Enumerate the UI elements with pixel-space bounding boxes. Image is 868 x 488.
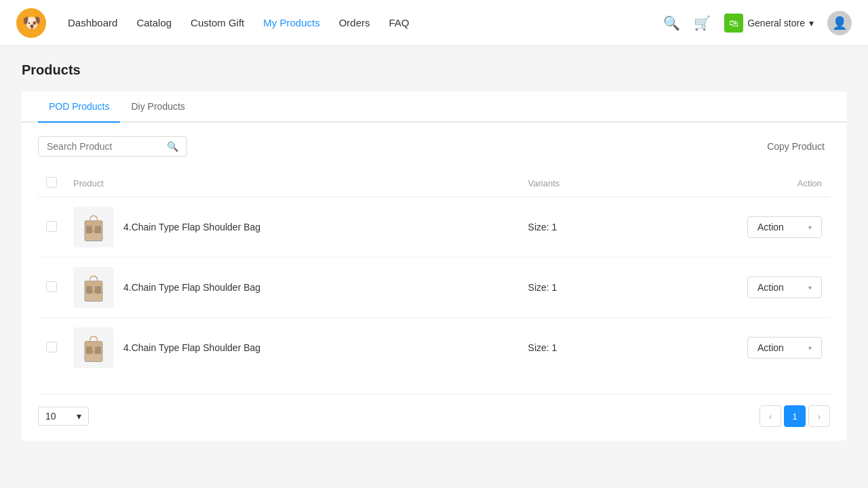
search-box[interactable]: 🔍 bbox=[38, 136, 187, 157]
cart-icon[interactable]: 🛒 bbox=[694, 15, 711, 31]
variants-cell: Size: 1 bbox=[520, 258, 627, 318]
svg-rect-9 bbox=[85, 281, 102, 286]
row-checkbox[interactable] bbox=[46, 281, 57, 292]
nav-item-my-products[interactable]: My Products bbox=[263, 14, 319, 31]
table-footer: 10 ▾ ‹ 1 › bbox=[38, 394, 830, 427]
col-header-action: Action bbox=[627, 170, 830, 197]
action-dropdown[interactable]: Action ▾ bbox=[747, 277, 822, 298]
product-thumbnail bbox=[73, 207, 114, 247]
logo-emoji: 🐶 bbox=[22, 14, 41, 32]
content-panel: 🔍 Copy Product Product Variants Action bbox=[22, 123, 846, 441]
page-size-chevron: ▾ bbox=[77, 411, 81, 422]
action-label: Action bbox=[757, 222, 784, 232]
row-checkbox[interactable] bbox=[46, 221, 57, 232]
tabs: POD Products Diy Products bbox=[22, 92, 846, 123]
header: 🐶 Dashboard Catalog Custom Gift My Produ… bbox=[0, 0, 868, 46]
action-label: Action bbox=[757, 282, 784, 293]
page-size-value: 10 bbox=[45, 411, 56, 422]
page-title: Products bbox=[22, 62, 846, 78]
product-table: Product Variants Action bbox=[38, 170, 830, 378]
search-submit-icon[interactable]: 🔍 bbox=[167, 141, 178, 152]
product-thumbnail bbox=[73, 327, 114, 368]
table-row: 4.Chain Type Flap Shoulder Bag Size: 1 A… bbox=[38, 258, 830, 318]
tab-pod-products[interactable]: POD Products bbox=[38, 92, 120, 123]
product-cell: 4.Chain Type Flap Shoulder Bag bbox=[73, 207, 512, 247]
tab-diy-products[interactable]: Diy Products bbox=[120, 92, 195, 123]
prev-page-button[interactable]: ‹ bbox=[760, 405, 781, 427]
toolbar: 🔍 Copy Product bbox=[38, 136, 830, 157]
select-all-checkbox[interactable] bbox=[46, 177, 57, 188]
pagination: ‹ 1 › bbox=[760, 405, 830, 427]
svg-rect-3 bbox=[85, 221, 102, 226]
page-size-select[interactable]: 10 ▾ bbox=[38, 407, 89, 426]
search-icon[interactable]: 🔍 bbox=[663, 15, 680, 31]
nav-item-custom-gift[interactable]: Custom Gift bbox=[191, 14, 244, 31]
action-dropdown[interactable]: Action ▾ bbox=[747, 216, 822, 238]
chevron-down-icon: ▾ bbox=[808, 224, 812, 231]
product-name: 4.Chain Type Flap Shoulder Bag bbox=[123, 342, 260, 353]
product-name: 4.Chain Type Flap Shoulder Bag bbox=[123, 282, 260, 293]
page: Products POD Products Diy Products 🔍 Cop… bbox=[0, 46, 868, 457]
col-header-variants: Variants bbox=[520, 170, 627, 197]
page-button-1[interactable]: 1 bbox=[784, 405, 806, 427]
header-right: 🔍 🛒 🛍 General store ▾ 👤 bbox=[663, 11, 852, 35]
chevron-down-icon: ▾ bbox=[808, 344, 812, 352]
chevron-down-icon: ▾ bbox=[808, 284, 812, 291]
store-label: General store bbox=[747, 18, 805, 28]
copy-product-button[interactable]: Copy Product bbox=[762, 138, 830, 155]
svg-rect-10 bbox=[86, 286, 92, 293]
product-name: 4.Chain Type Flap Shoulder Bag bbox=[123, 222, 260, 232]
nav-item-faq[interactable]: FAQ bbox=[389, 14, 409, 31]
svg-rect-5 bbox=[95, 226, 101, 233]
svg-rect-15 bbox=[85, 342, 102, 346]
variants-cell: Size: 1 bbox=[520, 197, 627, 258]
nav-item-catalog[interactable]: Catalog bbox=[136, 14, 172, 31]
action-dropdown[interactable]: Action ▾ bbox=[747, 337, 822, 359]
main-nav: Dashboard Catalog Custom Gift My Product… bbox=[68, 14, 642, 31]
product-cell: 4.Chain Type Flap Shoulder Bag bbox=[73, 327, 512, 368]
svg-rect-4 bbox=[86, 226, 92, 233]
col-header-product: Product bbox=[65, 170, 520, 197]
product-cell: 4.Chain Type Flap Shoulder Bag bbox=[73, 267, 512, 308]
next-page-button[interactable]: › bbox=[808, 405, 830, 427]
avatar[interactable]: 👤 bbox=[827, 11, 852, 35]
table-row: 4.Chain Type Flap Shoulder Bag Size: 1 A… bbox=[38, 318, 830, 378]
variants-cell: Size: 1 bbox=[520, 318, 627, 378]
store-selector[interactable]: 🛍 General store ▾ bbox=[724, 14, 814, 33]
row-checkbox[interactable] bbox=[46, 342, 57, 352]
store-dropdown-arrow: ▾ bbox=[809, 18, 814, 28]
svg-rect-11 bbox=[95, 286, 101, 293]
nav-item-orders[interactable]: Orders bbox=[339, 14, 370, 31]
svg-rect-17 bbox=[95, 346, 101, 354]
svg-rect-16 bbox=[86, 346, 92, 354]
nav-item-dashboard[interactable]: Dashboard bbox=[68, 14, 117, 31]
search-input[interactable] bbox=[47, 141, 161, 152]
action-label: Action bbox=[757, 342, 784, 353]
logo[interactable]: 🐶 bbox=[16, 8, 46, 38]
product-thumbnail bbox=[73, 267, 114, 308]
table-row: 4.Chain Type Flap Shoulder Bag Size: 1 A… bbox=[38, 197, 830, 258]
store-icon: 🛍 bbox=[724, 14, 743, 33]
